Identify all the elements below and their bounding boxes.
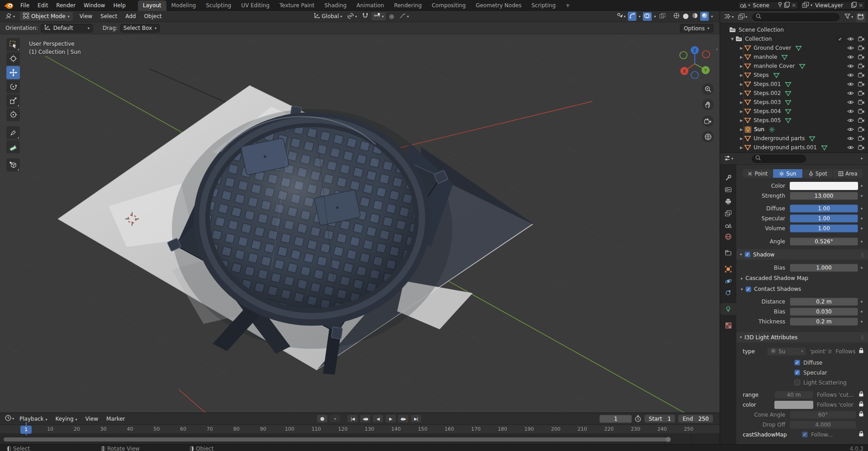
light-type-sun[interactable]: Sun — [773, 169, 803, 178]
outliner-row-steps[interactable]: ▶Steps — [720, 71, 868, 80]
i3d-diffuse-checkbox[interactable]: ✓ — [794, 360, 800, 366]
volume-slider[interactable]: 1.00 — [790, 224, 858, 233]
overlays-toggle[interactable] — [643, 12, 652, 21]
contact-bias-field[interactable]: 0.030 — [790, 308, 858, 316]
expand-arrow-icon[interactable]: ▶ — [739, 73, 744, 77]
outliner-row-steps-003[interactable]: ▶Steps.003 — [720, 98, 868, 107]
expand-arrow-icon[interactable]: ▶ — [739, 64, 744, 68]
strength-field[interactable]: 13.000 — [790, 192, 858, 200]
transform-tool-button[interactable] — [6, 108, 20, 121]
add-cube-tool-button[interactable] — [6, 158, 20, 171]
scale-tool-button[interactable] — [6, 94, 20, 107]
snap-target-dropdown[interactable]: ▾ — [371, 12, 386, 20]
measure-tool-button[interactable] — [6, 140, 20, 153]
timeline-menu-playback[interactable]: Playback ▾ — [15, 415, 51, 423]
viewport-menu-select[interactable]: Select — [96, 12, 121, 20]
collection-checkbox[interactable]: ✓ — [837, 36, 843, 42]
prev-keyframe-button[interactable]: ◀◆ — [360, 414, 371, 423]
expand-arrow-icon[interactable]: ▶ — [739, 91, 744, 95]
hide-eye-icon[interactable] — [847, 36, 854, 42]
properties-tab-object[interactable] — [720, 263, 736, 275]
play-reverse-button[interactable]: ◀ — [372, 414, 384, 423]
properties-options-chevron[interactable]: ▾ — [861, 157, 863, 161]
annotate-tool-button[interactable] — [6, 126, 20, 139]
timeline-menu-view[interactable]: View — [81, 415, 102, 423]
playhead-frame-badge[interactable]: 1 — [20, 426, 32, 434]
hide-eye-icon[interactable] — [847, 63, 854, 69]
shadow-checkbox[interactable]: ✓ — [745, 252, 750, 257]
expand-arrow-icon[interactable]: ▼ — [730, 37, 735, 41]
properties-tab-physics[interactable] — [720, 275, 736, 287]
disable-render-camera-icon[interactable] — [858, 109, 864, 114]
frame-end-field[interactable]: End250 — [678, 414, 713, 423]
outliner-filter-button[interactable]: ▾ — [843, 13, 854, 21]
auto-keying-button[interactable]: ● — [317, 414, 328, 423]
viewport-menu-view[interactable]: View — [76, 12, 96, 20]
sidebar-collapse-arrow[interactable]: ‹ — [716, 46, 718, 52]
i3d-color-lock-icon[interactable] — [856, 401, 865, 408]
expand-arrow-icon[interactable]: ▶ — [739, 46, 744, 50]
hide-eye-icon[interactable] — [847, 109, 854, 114]
hide-eye-icon[interactable] — [847, 54, 854, 60]
hide-eye-icon[interactable] — [847, 136, 854, 141]
outliner-row-steps-004[interactable]: ▶Steps.004 — [720, 107, 868, 116]
cursor-tool-button[interactable] — [6, 52, 20, 65]
i3d-type-dropdown[interactable]: Su▾ — [767, 347, 806, 356]
pan-hand-button[interactable] — [702, 99, 714, 110]
move-tool-button[interactable] — [6, 66, 20, 79]
menu-render[interactable]: Render — [52, 1, 80, 9]
disable-render-camera-icon[interactable] — [858, 136, 864, 141]
timeline-editor-type-button[interactable]: ▾ — [4, 414, 15, 423]
light-type-point[interactable]: Point — [743, 169, 773, 178]
outliner-row-scene-collection[interactable]: Scene Collection — [720, 25, 868, 34]
i3d-cone-field[interactable]: 60° — [790, 411, 856, 419]
shadow-panel-header[interactable]: ▾✓ Shadow ⣿ — [736, 249, 868, 260]
shadow-bias-field[interactable]: 1.000 — [790, 264, 858, 272]
outliner-row-manhole-cover[interactable]: ▶manhole Cover — [720, 62, 868, 71]
menu-help[interactable]: Help — [109, 1, 129, 9]
gizmo-dropdown[interactable]: ▾ — [637, 14, 642, 19]
outliner-row-steps-002[interactable]: ▶Steps.002 — [720, 89, 868, 98]
hide-eye-icon[interactable] — [847, 145, 854, 150]
i3d-type-lock-icon[interactable] — [856, 348, 865, 355]
outliner-row-underground-parts[interactable]: ▶Underground parts — [720, 134, 868, 143]
outliner-row-sun[interactable]: ▶Sun — [720, 125, 868, 134]
thickness-field[interactable]: 0.2 m — [790, 318, 858, 326]
i3d-cast-lock-icon[interactable] — [856, 431, 865, 438]
properties-tab-output[interactable] — [720, 195, 736, 207]
frame-start-field[interactable]: Start1 — [644, 414, 675, 423]
properties-tab-texture[interactable] — [720, 319, 736, 331]
viewport-menu-object[interactable]: Object — [140, 12, 166, 20]
shading-dropdown[interactable]: ▾ — [710, 14, 714, 19]
disable-render-camera-icon[interactable] — [858, 72, 864, 78]
mode-dropdown[interactable]: Object Mode ▾ — [20, 12, 73, 21]
contact-shadows-header[interactable]: ▾✓ Contact Shadows — [741, 285, 868, 294]
i3d-dropoff-field[interactable]: 4.000 — [790, 421, 856, 429]
disable-render-camera-icon[interactable] — [858, 36, 864, 42]
new-view-layer-icon[interactable] — [851, 2, 857, 9]
disable-render-camera-icon[interactable] — [858, 145, 864, 150]
properties-editor-type-button[interactable]: ▾ — [723, 154, 735, 163]
expand-arrow-icon[interactable]: ▶ — [739, 119, 744, 123]
view-layer-selector[interactable]: ▾ ViewLayer ✕ — [800, 1, 865, 9]
new-scene-icon[interactable] — [784, 2, 790, 9]
specular-slider[interactable]: 1.00 — [790, 214, 858, 223]
pin-icon[interactable] — [778, 2, 783, 9]
hide-eye-icon[interactable] — [847, 72, 854, 78]
xray-toggle[interactable] — [658, 12, 667, 21]
properties-tab-scene[interactable] — [720, 219, 736, 231]
disable-render-camera-icon[interactable] — [858, 127, 864, 132]
outliner-display-mode-button[interactable]: ▾ — [737, 13, 749, 22]
i3d-range-field[interactable]: 40 m — [774, 391, 813, 399]
viewport-3d[interactable]: User Perspective (1) Collection | Sun ‹ … — [0, 34, 720, 413]
expand-arrow-icon[interactable]: ▶ — [739, 82, 744, 86]
gizmo-minus-x-axis[interactable] — [702, 51, 710, 58]
diffuse-slider[interactable]: 1.00 — [790, 204, 858, 213]
tweak-tool-button[interactable] — [6, 38, 20, 51]
camera-view-button[interactable] — [702, 115, 714, 127]
outliner-row-collection[interactable]: ▼Collection✓ — [720, 34, 868, 43]
orientation-setting-dropdown[interactable]: Default ▾ — [41, 24, 93, 33]
expand-arrow-icon[interactable]: ▶ — [739, 146, 744, 150]
transform-orientation-dropdown[interactable]: Global ▾ — [311, 12, 344, 21]
snap-toggle[interactable] — [360, 12, 370, 21]
